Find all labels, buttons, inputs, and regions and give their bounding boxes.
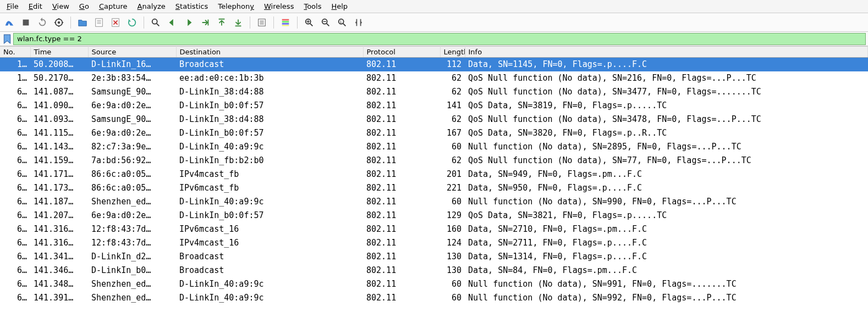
menu-wireless[interactable]: Wireless <box>260 1 298 12</box>
cell-no: 1… <box>0 71 30 85</box>
menu-statistics[interactable]: Statistics <box>171 1 212 12</box>
packet-row[interactable]: 6…141.346…D-LinkIn_b0…Broadcast802.11130… <box>0 264 868 277</box>
cell-info: Null function (No data), SN=991, FN=0, F… <box>465 277 868 291</box>
cell-len: 60 <box>440 140 465 154</box>
cell-no: 6… <box>0 154 30 168</box>
colorize-icon[interactable] <box>278 15 293 30</box>
go-first-icon[interactable] <box>215 15 229 30</box>
col-header-proto[interactable]: Protocol <box>363 47 440 58</box>
go-last-icon[interactable] <box>231 15 245 30</box>
go-to-icon[interactable] <box>198 15 212 30</box>
cell-proto: 802.11 <box>363 99 440 113</box>
col-header-dest[interactable]: Destination <box>176 47 363 58</box>
bookmark-icon[interactable] <box>2 34 12 44</box>
cell-proto: 802.11 <box>363 236 440 250</box>
menu-telephony[interactable]: Telephony <box>213 1 259 12</box>
cell-time: 141.348… <box>30 277 88 291</box>
menu-analyze[interactable]: Analyze <box>133 1 170 12</box>
menu-capture[interactable]: Capture <box>95 1 132 12</box>
cell-dst: IPv4mcast_fb <box>176 168 363 181</box>
packet-row[interactable]: 6…141.090…6e:9a:d0:2e…D-LinkIn_b0:0f:578… <box>0 99 868 113</box>
cell-len: 129 <box>440 209 465 222</box>
svg-line-28 <box>310 23 313 26</box>
cell-time: 141.316… <box>30 236 88 250</box>
display-filter-input[interactable] <box>13 33 866 45</box>
packet-row[interactable]: 6…141.159…7a:bd:56:92…D-LinkIn_fb:b2:b08… <box>0 154 868 168</box>
menu-help[interactable]: Help <box>327 1 352 12</box>
svg-line-32 <box>327 23 329 26</box>
restart-icon[interactable] <box>35 15 50 30</box>
cell-proto: 802.11 <box>363 154 440 168</box>
cell-time: 141.159… <box>30 154 88 168</box>
stop-icon[interactable] <box>19 15 33 30</box>
col-header-time[interactable]: Time <box>30 47 88 58</box>
zoom-reset-icon[interactable]: 1 <box>335 15 349 30</box>
cell-info: QoS Data, SN=3820, FN=0, Flags=.p..R..TC <box>465 126 868 140</box>
packet-row[interactable]: 6…141.316…12:f8:43:7d…IPv6mcast_16802.11… <box>0 222 868 236</box>
packet-row[interactable]: 6…141.348…Shenzhen_ed…D-LinkIn_40:a9:9c8… <box>0 277 868 291</box>
packet-row[interactable]: 6…141.316…12:f8:43:7d…IPv4mcast_16802.11… <box>0 236 868 250</box>
packet-row[interactable]: 6…141.087…SamsungE_90…D-LinkIn_38:d4:888… <box>0 85 868 99</box>
shark-fin-icon[interactable] <box>2 15 17 30</box>
cell-src: 86:6c:a0:05… <box>88 181 176 195</box>
cell-len: 112 <box>440 58 465 72</box>
menu-view[interactable]: View <box>48 1 74 12</box>
svg-rect-0 <box>23 19 29 25</box>
cell-time: 141.391… <box>30 291 88 305</box>
cell-len: 160 <box>440 222 465 236</box>
menu-tools[interactable]: Tools <box>299 1 326 12</box>
cell-no: 6… <box>0 168 30 181</box>
auto-scroll-icon[interactable] <box>255 15 269 30</box>
packet-row[interactable]: 6…141.187…Shenzhen_ed…D-LinkIn_40:a9:9c8… <box>0 195 868 209</box>
resize-columns-icon[interactable] <box>351 15 366 30</box>
packet-list-header[interactable]: No. Time Source Destination Protocol Len… <box>0 47 868 58</box>
packet-row[interactable]: 1…50.2170…2e:3b:83:54…ee:ad:e0:ce:1b:3b8… <box>0 71 868 85</box>
cell-src: D-LinkIn_b0… <box>88 264 176 277</box>
svg-line-35 <box>343 23 346 26</box>
packet-row[interactable]: 6…141.391…Shenzhen_ed…D-LinkIn_40:a9:9c8… <box>0 291 868 305</box>
cell-proto: 802.11 <box>363 209 440 222</box>
menu-edit[interactable]: Edit <box>24 1 47 12</box>
cell-time: 141.143… <box>30 140 88 154</box>
menu-file[interactable]: File <box>2 1 23 12</box>
cell-len: 60 <box>440 195 465 209</box>
packet-row[interactable]: 6…141.093…SamsungE_90…D-LinkIn_38:d4:888… <box>0 113 868 126</box>
save-icon[interactable] <box>92 15 106 30</box>
cell-len: 201 <box>440 168 465 181</box>
cell-src: Shenzhen_ed… <box>88 195 176 209</box>
packet-row[interactable]: 6…141.207…6e:9a:d0:2e…D-LinkIn_b0:0f:578… <box>0 209 868 222</box>
packet-row[interactable]: 6…141.171…86:6c:a0:05…IPv4mcast_fb802.11… <box>0 168 868 181</box>
zoom-out-icon[interactable] <box>318 15 333 30</box>
packet-row[interactable]: 1…50.2008…D-LinkIn_16…Broadcast802.11112… <box>0 58 868 72</box>
cell-info: Null function (No data), SN=2895, FN=0, … <box>465 140 868 154</box>
cell-time: 141.090… <box>30 99 88 113</box>
cell-no: 6… <box>0 209 30 222</box>
menu-go[interactable]: Go <box>75 1 94 12</box>
zoom-in-icon[interactable] <box>302 15 316 30</box>
packet-row[interactable]: 6…141.143…82:c7:3a:9e…D-LinkIn_40:a9:9c8… <box>0 140 868 154</box>
packet-row[interactable]: 6…141.115…6e:9a:d0:2e…D-LinkIn_b0:0f:578… <box>0 126 868 140</box>
col-header-info[interactable]: Info <box>465 47 868 58</box>
go-forward-icon[interactable] <box>182 15 196 30</box>
cell-no: 6… <box>0 85 30 99</box>
go-back-icon[interactable] <box>165 15 179 30</box>
col-header-source[interactable]: Source <box>88 47 176 58</box>
svg-rect-24 <box>282 21 289 23</box>
cell-time: 141.316… <box>30 222 88 236</box>
reload-icon[interactable] <box>125 15 139 30</box>
options-icon[interactable] <box>52 15 66 30</box>
packet-row[interactable]: 6…141.173…86:6c:a0:05…IPv6mcast_fb802.11… <box>0 181 868 195</box>
toolbar-separator <box>70 16 71 29</box>
packet-list[interactable]: No. Time Source Destination Protocol Len… <box>0 46 868 305</box>
cell-info: Data, SN=2710, FN=0, Flags=.pm...F.C <box>465 222 868 236</box>
cell-info: QoS Data, SN=3819, FN=0, Flags=.p.....TC <box>465 99 868 113</box>
cell-dst: D-LinkIn_40:a9:9c <box>176 140 363 154</box>
find-icon[interactable] <box>149 15 163 30</box>
cell-time: 141.087… <box>30 85 88 99</box>
col-header-no[interactable]: No. <box>0 47 30 58</box>
open-icon[interactable] <box>75 15 90 30</box>
col-header-length[interactable]: Length <box>440 47 465 58</box>
packet-row[interactable]: 6…141.341…D-LinkIn_d2…Broadcast802.11130… <box>0 250 868 264</box>
close-file-icon[interactable] <box>108 15 123 30</box>
cell-len: 62 <box>440 85 465 99</box>
